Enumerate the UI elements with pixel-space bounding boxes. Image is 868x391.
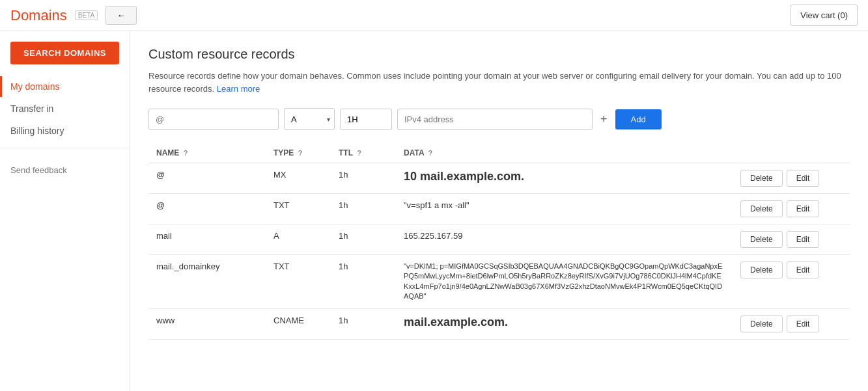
record-actions-2: DeleteEdit bbox=[733, 224, 850, 255]
record-type-1: TXT bbox=[266, 194, 331, 224]
main-layout: SEARCH DOMAINS My domains Transfer in Bi… bbox=[0, 31, 868, 391]
table-row: mailA1h165.225.167.59DeleteEdit bbox=[148, 224, 850, 255]
record-data-0: 10 mail.example.com. bbox=[396, 163, 733, 194]
th-type-question: ? bbox=[298, 149, 303, 157]
top-bar: Domains BETA ← View cart (0) bbox=[0, 0, 868, 31]
record-actions-1: DeleteEdit bbox=[733, 194, 850, 224]
table-row: wwwCNAME1hmail.example.com.DeleteEdit bbox=[148, 308, 850, 339]
record-name-4: www bbox=[148, 308, 266, 339]
table-row: mail._domainkeyTXT1h"v=DKIM1; p=MIGfMA0G… bbox=[148, 255, 850, 309]
ttl-input[interactable] bbox=[340, 109, 392, 130]
record-ttl-1: 1h bbox=[331, 194, 396, 224]
record-actions-0: DeleteEdit bbox=[733, 163, 850, 194]
main-content: Custom resource records Resource records… bbox=[130, 31, 868, 391]
th-ttl: TTL ? bbox=[331, 143, 396, 163]
record-data-1: "v=spf1 a mx -all" bbox=[396, 194, 733, 224]
edit-button-1[interactable]: Edit bbox=[787, 200, 820, 217]
th-name-question: ? bbox=[184, 149, 188, 157]
name-input[interactable] bbox=[148, 109, 279, 130]
record-type-2: A bbox=[266, 224, 331, 255]
page-title: Custom resource records bbox=[148, 47, 850, 62]
back-button[interactable]: ← bbox=[105, 6, 137, 25]
record-data-3: "v=DKIM1; p=MIGfMA0GCSqGSIb3DQEBAQUAA4GN… bbox=[396, 255, 733, 309]
record-type-0: MX bbox=[266, 163, 331, 194]
page-description: Resource records define how your domain … bbox=[148, 70, 850, 95]
record-data-4: mail.example.com. bbox=[396, 308, 733, 339]
th-data: DATA ? bbox=[396, 143, 733, 163]
record-type-4: CNAME bbox=[266, 308, 331, 339]
record-name-3: mail._domainkey bbox=[148, 255, 266, 309]
edit-button-2[interactable]: Edit bbox=[787, 231, 820, 248]
record-data-2: 165.225.167.59 bbox=[396, 224, 733, 255]
table-header-row: NAME ? TYPE ? TTL ? DATA ? bbox=[148, 143, 850, 163]
record-name-2: mail bbox=[148, 224, 266, 255]
record-type-3: TXT bbox=[266, 255, 331, 309]
record-name-0: @ bbox=[148, 163, 266, 194]
edit-button-4[interactable]: Edit bbox=[787, 316, 820, 332]
delete-button-0[interactable]: Delete bbox=[740, 170, 783, 187]
type-select-wrapper[interactable]: A MX TXT CNAME AAAA NS ▾ bbox=[284, 108, 335, 130]
edit-button-3[interactable]: Edit bbox=[787, 262, 820, 278]
sidebar: SEARCH DOMAINS My domains Transfer in Bi… bbox=[0, 31, 130, 391]
sidebar-item-transfer-in[interactable]: Transfer in bbox=[0, 98, 130, 119]
add-record-form: A MX TXT CNAME AAAA NS ▾ + Add bbox=[148, 108, 850, 130]
type-chevron-icon: ▾ bbox=[327, 116, 330, 123]
sidebar-divider bbox=[0, 148, 130, 148]
record-ttl-4: 1h bbox=[331, 308, 396, 339]
view-cart-button[interactable]: View cart (0) bbox=[791, 5, 858, 26]
top-bar-left: Domains BETA ← bbox=[10, 6, 137, 25]
table-row: @TXT1h"v=spf1 a mx -all"DeleteEdit bbox=[148, 194, 850, 224]
th-ttl-question: ? bbox=[357, 149, 361, 157]
sidebar-item-label-my-domains: My domains bbox=[10, 81, 59, 92]
sidebar-item-label-billing-history: Billing history bbox=[10, 126, 64, 136]
record-actions-4: DeleteEdit bbox=[733, 308, 850, 339]
th-type: TYPE ? bbox=[266, 143, 331, 163]
delete-button-1[interactable]: Delete bbox=[740, 200, 783, 217]
table-row: @MX1h10 mail.example.com.DeleteEdit bbox=[148, 163, 850, 194]
record-ttl-0: 1h bbox=[331, 163, 396, 194]
record-actions-3: DeleteEdit bbox=[733, 255, 850, 309]
delete-button-3[interactable]: Delete bbox=[740, 262, 783, 278]
records-table: NAME ? TYPE ? TTL ? DATA ? bbox=[148, 143, 850, 340]
delete-button-4[interactable]: Delete bbox=[740, 316, 783, 332]
record-name-1: @ bbox=[148, 194, 266, 224]
search-domains-button[interactable]: SEARCH DOMAINS bbox=[10, 42, 119, 64]
beta-badge: BETA bbox=[75, 10, 98, 20]
send-feedback-link[interactable]: Send feedback bbox=[0, 160, 130, 180]
delete-button-2[interactable]: Delete bbox=[740, 231, 783, 248]
th-name: NAME ? bbox=[148, 143, 266, 163]
sidebar-item-label-transfer-in: Transfer in bbox=[10, 103, 53, 114]
sidebar-item-billing-history[interactable]: Billing history bbox=[0, 120, 130, 141]
th-data-question: ? bbox=[428, 149, 432, 157]
sidebar-item-my-domains[interactable]: My domains bbox=[0, 76, 130, 97]
record-ttl-3: 1h bbox=[331, 255, 396, 309]
edit-button-0[interactable]: Edit bbox=[787, 170, 820, 187]
add-button[interactable]: Add bbox=[615, 109, 662, 129]
learn-more-link[interactable]: Learn more bbox=[217, 84, 260, 94]
data-input[interactable] bbox=[397, 109, 593, 130]
record-ttl-2: 1h bbox=[331, 224, 396, 255]
app-title: Domains bbox=[10, 7, 67, 24]
type-select[interactable]: A MX TXT CNAME AAAA NS bbox=[288, 115, 324, 124]
plus-icon: + bbox=[598, 113, 610, 126]
th-actions bbox=[733, 143, 850, 163]
